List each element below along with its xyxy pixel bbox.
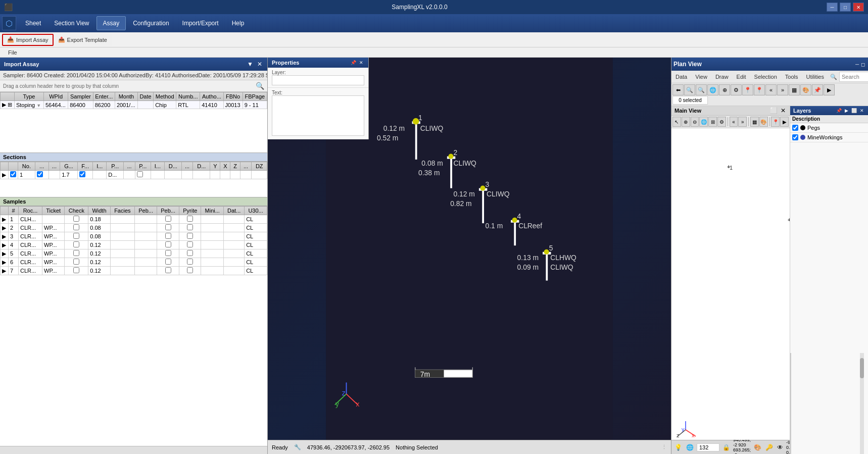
menu-import-export[interactable]: Import/Export <box>176 16 225 30</box>
samp-col-width[interactable]: Width <box>88 207 110 215</box>
col-sampler[interactable]: Sampler <box>68 92 93 101</box>
col-fbno[interactable]: FBNo <box>223 92 243 101</box>
layer-pegs-checkbox[interactable] <box>792 125 798 131</box>
layer-input[interactable] <box>272 75 364 85</box>
sec-expand[interactable]: ▶ <box>1 171 9 179</box>
samp-col-ticket[interactable]: Ticket <box>42 207 65 215</box>
bottom-lock-btn[interactable]: 🔒 <box>721 444 731 451</box>
plan-menu-data[interactable]: Data <box>673 73 689 80</box>
zoom-input[interactable] <box>697 443 719 451</box>
sample-row-2[interactable]: ▶ 2 CLR... WP... 0.08 CL <box>1 224 267 232</box>
sample-row-7[interactable]: ▶ 7 CLR... WP... 0.12 CL <box>1 267 267 275</box>
samp-col-roc[interactable]: Roc... <box>19 207 42 215</box>
menu-help[interactable]: Help <box>226 16 251 30</box>
close-button[interactable]: ✕ <box>853 3 864 12</box>
sec-col-f[interactable]: F... <box>77 162 92 171</box>
sample-row-6[interactable]: ▶ 6 CLR... WP... 0.12 CL <box>1 258 267 267</box>
panel-dropdown-button[interactable]: ▼ <box>246 61 254 68</box>
plan-menu-selection[interactable]: Selection <box>752 73 779 80</box>
pv-fit-btn[interactable]: ⊞ <box>708 117 717 127</box>
samp-col-check[interactable]: Check <box>65 207 88 215</box>
sec-check4[interactable] <box>137 171 143 177</box>
main-view-detach[interactable]: ⬜ <box>769 107 779 114</box>
map-resize-handle[interactable]: ⋮ <box>661 444 667 450</box>
bottom-eye-btn[interactable]: 👁 <box>776 444 784 451</box>
pv-prev-btn[interactable]: « <box>730 117 738 127</box>
samples-table-container[interactable]: # Roc... Ticket Check Width Facies Peb..… <box>0 206 267 446</box>
sec-col-2[interactable]: ... <box>49 162 60 171</box>
samp-col-facies[interactable]: Facies <box>110 207 135 215</box>
import-table-container[interactable]: Type WPId Sampler Enter... Month Date Me… <box>0 92 267 153</box>
samp-col-peb1[interactable]: Peb... <box>135 207 157 215</box>
minimize-button[interactable]: ─ <box>827 3 838 12</box>
sec-col-x[interactable]: X <box>220 162 230 171</box>
plan-tool-color[interactable]: 🎨 <box>800 84 811 95</box>
plan-tool-grid[interactable]: ▦ <box>789 84 800 95</box>
plan-tool-zoom-out[interactable]: 🔍 <box>696 84 707 95</box>
col-wpid[interactable]: WPId <box>43 92 68 101</box>
samp-col-dat[interactable]: Dat... <box>224 207 245 215</box>
samp-col-pyrite[interactable]: Pyrite <box>179 207 201 215</box>
sec-col-dz[interactable]: DZ <box>252 162 267 171</box>
layers-scrollbar[interactable] <box>860 353 864 454</box>
sec-col-4[interactable]: ... <box>181 162 193 171</box>
layers-scroll-area[interactable] <box>790 353 864 454</box>
import-assay-button[interactable]: 📥 Import Assay <box>2 34 54 46</box>
menu-section-view[interactable]: Section View <box>48 16 95 30</box>
samp-col-mini[interactable]: Mini... <box>201 207 224 215</box>
samp-expand-4[interactable]: ▶ <box>1 249 9 258</box>
main-view-close[interactable]: ✕ <box>780 107 787 114</box>
plan-view-canvas[interactable]: + 1 + 2 + 3 + 4 + 5 <box>671 128 790 440</box>
section-row[interactable]: ▶ 1 1.7 D... <box>1 171 267 179</box>
sample-row-3[interactable]: ▶ 3 CLR... WP... 0.08 CL <box>1 232 267 241</box>
pv-color-btn[interactable]: 🎨 <box>759 117 768 127</box>
sec-col-5[interactable]: ... <box>240 162 252 171</box>
sec-col-d[interactable]: D... <box>164 162 181 171</box>
plan-tool-target[interactable]: ⊕ <box>719 84 730 95</box>
pv-zoom-out-btn[interactable]: ⊖ <box>691 117 699 127</box>
layers-detach-btn[interactable]: ⬜ <box>850 108 858 113</box>
sec-col-g[interactable]: G... <box>60 162 78 171</box>
plan-tool-right[interactable]: ▶ <box>824 84 835 95</box>
props-pin-btn[interactable]: 📌 <box>350 60 357 66</box>
plan-view-expand[interactable]: ◻ <box>860 62 866 67</box>
panel-close-button[interactable]: ✕ <box>256 61 263 68</box>
sec-col-3[interactable]: ... <box>124 162 135 171</box>
plan-menu-utilities[interactable]: Utilities <box>804 73 826 80</box>
plan-tool-globe[interactable]: 🌐 <box>707 84 718 95</box>
bottom-globe-btn[interactable]: 🌐 <box>685 444 695 451</box>
layer-mine-checkbox[interactable] <box>792 134 798 140</box>
menu-sheet[interactable]: Sheet <box>19 16 47 30</box>
sec-col-p2[interactable]: P... <box>135 162 151 171</box>
samp-col-u30[interactable]: U30... <box>245 207 267 215</box>
col-numb[interactable]: Numb... <box>176 92 200 101</box>
bottom-key-btn[interactable]: 🔑 <box>764 444 774 451</box>
sec-col-1[interactable]: ... <box>35 162 49 171</box>
col-entered[interactable]: Enter... <box>93 92 115 101</box>
sec-col-no[interactable]: No. <box>18 162 35 171</box>
export-template-button[interactable]: 📤 Export Template <box>54 34 112 46</box>
plan-menu-view[interactable]: View <box>693 73 709 80</box>
bottom-light-btn[interactable]: 💡 <box>673 444 683 451</box>
bottom-gradient-btn[interactable]: 🎨 <box>753 444 762 451</box>
col-type[interactable]: Type <box>14 92 43 101</box>
col-method[interactable]: Method <box>154 92 176 101</box>
sec-col-i2[interactable]: I... <box>151 162 164 171</box>
sec-col-i[interactable]: I... <box>93 162 107 171</box>
sec-check3[interactable] <box>79 171 85 177</box>
sec-col-d2[interactable]: D... <box>193 162 210 171</box>
menu-assay[interactable]: Assay <box>97 16 126 30</box>
search-icon[interactable]: 🔍 <box>256 82 264 90</box>
layer-item-pegs[interactable]: Pegs <box>790 123 868 133</box>
plan-tool-zoom-in[interactable]: 🔍 <box>684 84 695 95</box>
col-fbpage[interactable]: FBPage <box>243 92 267 101</box>
col-autho[interactable]: Autho... <box>200 92 223 101</box>
table-row[interactable]: ▶ ⊞ Stoping ▼ 56464... 86400 86200 2001/… <box>1 101 267 109</box>
pv-grid-btn[interactable]: ▦ <box>750 117 759 127</box>
pv-arrow-btn[interactable]: ▶ <box>780 117 789 127</box>
sections-table-container[interactable]: No. ... ... G... F... I... P... ... P...… <box>0 162 267 197</box>
pv-pin-btn[interactable]: 📍 <box>771 117 780 127</box>
sec-col-z[interactable]: Z <box>230 162 240 171</box>
pv-gear-btn[interactable]: ⚙ <box>717 117 726 127</box>
layers-close-btn[interactable]: ✕ <box>859 108 865 113</box>
